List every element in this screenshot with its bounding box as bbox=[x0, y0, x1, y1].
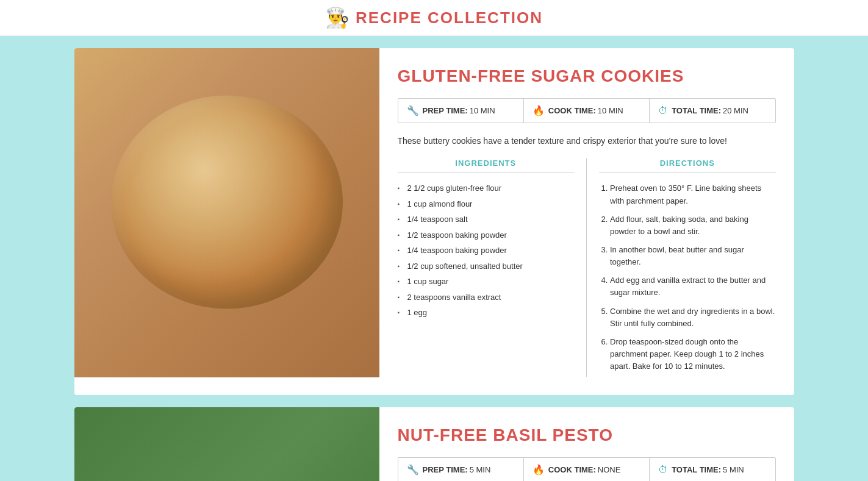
time-bar-pesto: 🔧 PREP TIME: 5 MIN 🔥 COOK TIME: NONE ⏱ T… bbox=[398, 457, 776, 481]
total-icon-pesto: ⏱ bbox=[658, 465, 668, 476]
recipe-card-pesto: NUT-FREE BASIL PESTO 🔧 PREP TIME: 5 MIN … bbox=[74, 407, 794, 481]
recipe-title-cookies: GLUTEN-FREE SUGAR COOKIES bbox=[398, 66, 776, 86]
cook-time-pesto: 🔥 COOK TIME: NONE bbox=[524, 458, 650, 481]
main-content: GLUTEN-FREE SUGAR COOKIES 🔧 PREP TIME: 1… bbox=[68, 36, 800, 481]
chef-hat-icon: 👨‍🍳 bbox=[325, 6, 350, 29]
total-icon: ⏱ bbox=[658, 105, 668, 116]
recipe-image-cookies bbox=[74, 48, 379, 377]
column-divider bbox=[586, 159, 587, 377]
page-title: RECIPE COLLECTION bbox=[356, 9, 543, 27]
list-item: Add flour, salt, baking soda, and baking… bbox=[610, 212, 776, 240]
ingredients-col-cookies: INGREDIENTS 2 1/2 cups gluten-free flour… bbox=[398, 159, 575, 377]
directions-list-cookies: Preheat oven to 350° F. Line baking shee… bbox=[599, 180, 776, 374]
total-time-cookies: ⏱ TOTAL TIME: 20 MIN bbox=[650, 99, 775, 123]
prep-time-pesto: 🔧 PREP TIME: 5 MIN bbox=[398, 458, 524, 481]
recipe-info-cookies: GLUTEN-FREE SUGAR COOKIES 🔧 PREP TIME: 1… bbox=[379, 48, 794, 395]
list-item: Combine the wet and dry ingredients in a… bbox=[610, 304, 776, 332]
prep-icon: 🔧 bbox=[407, 105, 419, 116]
page-header: 👨‍🍳 RECIPE COLLECTION bbox=[0, 0, 868, 36]
list-item: 1/4 teaspoon baking powder bbox=[398, 243, 575, 258]
time-bar-cookies: 🔧 PREP TIME: 10 MIN 🔥 COOK TIME: 10 MIN … bbox=[398, 98, 776, 123]
list-item: 1/2 teaspoon baking powder bbox=[398, 227, 575, 243]
list-item: In another bowl, beat butter and sugar t… bbox=[610, 242, 776, 270]
cook-icon-pesto: 🔥 bbox=[533, 464, 545, 476]
recipe-info-pesto: NUT-FREE BASIL PESTO 🔧 PREP TIME: 5 MIN … bbox=[379, 407, 794, 481]
total-time-pesto: ⏱ TOTAL TIME: 5 MIN bbox=[650, 458, 775, 481]
directions-header-cookies: DIRECTIONS bbox=[599, 159, 776, 173]
recipe-card-cookies: GLUTEN-FREE SUGAR COOKIES 🔧 PREP TIME: 1… bbox=[74, 48, 794, 395]
list-item: 1 egg bbox=[398, 305, 575, 321]
list-item: 1 cup almond flour bbox=[398, 196, 575, 212]
list-item: Drop teaspoon-sized dough onto the parch… bbox=[610, 334, 776, 374]
list-item: Preheat oven to 350° F. Line baking shee… bbox=[610, 180, 776, 208]
list-item: 1/4 teaspoon salt bbox=[398, 212, 575, 227]
prep-icon-pesto: 🔧 bbox=[407, 464, 419, 476]
list-item: 1/2 cup softened, unsalted butter bbox=[398, 258, 575, 274]
directions-col-cookies: DIRECTIONS Preheat oven to 350° F. Line … bbox=[599, 159, 776, 377]
ingredients-header-cookies: INGREDIENTS bbox=[398, 159, 575, 173]
recipe-title-pesto: NUT-FREE BASIL PESTO bbox=[398, 426, 776, 445]
list-item: Add egg and vanilla extract to the butte… bbox=[610, 273, 776, 301]
recipe-description-cookies: These buttery cookies have a tender text… bbox=[398, 134, 776, 148]
ingredients-list-cookies: 2 1/2 cups gluten-free flour 1 cup almon… bbox=[398, 180, 575, 321]
list-item: 1 cup sugar bbox=[398, 274, 575, 290]
recipe-image-pesto bbox=[74, 407, 379, 481]
recipe-columns-cookies: INGREDIENTS 2 1/2 cups gluten-free flour… bbox=[398, 159, 776, 377]
list-item: 2 1/2 cups gluten-free flour bbox=[398, 180, 575, 196]
cook-icon: 🔥 bbox=[533, 105, 545, 116]
prep-time-cookies: 🔧 PREP TIME: 10 MIN bbox=[398, 99, 524, 123]
list-item: 2 teaspoons vanilla extract bbox=[398, 290, 575, 305]
cook-time-cookies: 🔥 COOK TIME: 10 MIN bbox=[524, 99, 650, 123]
